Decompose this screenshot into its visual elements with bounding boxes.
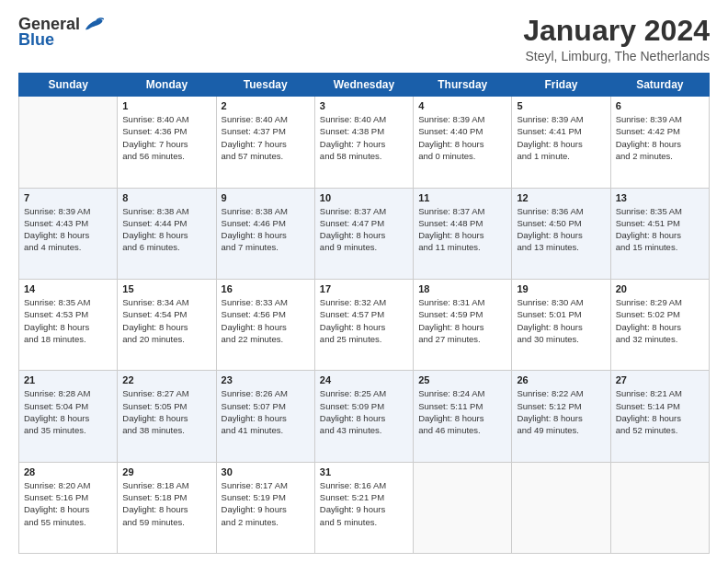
logo-bird-icon	[84, 17, 104, 33]
calendar-week-row: 14Sunrise: 8:35 AMSunset: 4:53 PMDayligh…	[19, 279, 710, 370]
day-number: 20	[616, 283, 704, 294]
table-row: 5Sunrise: 8:39 AMSunset: 4:41 PMDaylight…	[512, 97, 610, 188]
day-info: Sunrise: 8:20 AMSunset: 5:16 PMDaylight:…	[24, 479, 112, 528]
day-info: Sunrise: 8:38 AMSunset: 4:46 PMDaylight:…	[222, 205, 310, 254]
day-number: 6	[616, 100, 704, 111]
table-row: 25Sunrise: 8:24 AMSunset: 5:11 PMDayligh…	[414, 371, 512, 462]
day-info: Sunrise: 8:37 AMSunset: 4:47 PMDaylight:…	[320, 205, 408, 254]
day-info: Sunrise: 8:39 AMSunset: 4:42 PMDaylight:…	[616, 113, 704, 162]
table-row: 19Sunrise: 8:30 AMSunset: 5:01 PMDayligh…	[512, 279, 610, 370]
table-row: 29Sunrise: 8:18 AMSunset: 5:18 PMDayligh…	[118, 462, 216, 553]
day-number: 3	[320, 100, 408, 111]
col-wednesday: Wednesday	[314, 74, 413, 97]
day-info: Sunrise: 8:39 AMSunset: 4:41 PMDaylight:…	[517, 113, 605, 162]
table-row: 13Sunrise: 8:35 AMSunset: 4:51 PMDayligh…	[610, 188, 709, 279]
calendar-week-row: 28Sunrise: 8:20 AMSunset: 5:16 PMDayligh…	[19, 462, 710, 553]
day-info: Sunrise: 8:35 AMSunset: 4:51 PMDaylight:…	[616, 205, 704, 254]
day-number: 30	[222, 466, 310, 477]
logo-blue: Blue	[18, 30, 54, 50]
table-row: 16Sunrise: 8:33 AMSunset: 4:56 PMDayligh…	[216, 279, 314, 370]
table-row: 27Sunrise: 8:21 AMSunset: 5:14 PMDayligh…	[610, 371, 709, 462]
day-info: Sunrise: 8:25 AMSunset: 5:09 PMDaylight:…	[320, 387, 408, 436]
table-row: 9Sunrise: 8:38 AMSunset: 4:46 PMDaylight…	[216, 188, 314, 279]
table-row	[19, 97, 118, 188]
table-row: 28Sunrise: 8:20 AMSunset: 5:16 PMDayligh…	[19, 462, 118, 553]
day-number: 17	[320, 283, 408, 294]
day-info: Sunrise: 8:39 AMSunset: 4:40 PMDaylight:…	[418, 113, 506, 162]
day-number: 18	[418, 283, 506, 294]
day-info: Sunrise: 8:16 AMSunset: 5:21 PMDaylight:…	[320, 479, 408, 528]
table-row: 6Sunrise: 8:39 AMSunset: 4:42 PMDaylight…	[610, 97, 709, 188]
day-info: Sunrise: 8:31 AMSunset: 4:59 PMDaylight:…	[418, 296, 506, 345]
title-area: January 2024 Steyl, Limburg, The Netherl…	[523, 15, 710, 63]
table-row: 12Sunrise: 8:36 AMSunset: 4:50 PMDayligh…	[512, 188, 610, 279]
day-info: Sunrise: 8:35 AMSunset: 4:53 PMDaylight:…	[24, 296, 112, 345]
day-info: Sunrise: 8:26 AMSunset: 5:07 PMDaylight:…	[222, 387, 310, 436]
day-number: 8	[122, 192, 210, 203]
location: Steyl, Limburg, The Netherlands	[523, 49, 710, 63]
table-row: 17Sunrise: 8:32 AMSunset: 4:57 PMDayligh…	[314, 279, 413, 370]
day-info: Sunrise: 8:39 AMSunset: 4:43 PMDaylight:…	[24, 205, 112, 254]
table-row: 8Sunrise: 8:38 AMSunset: 4:44 PMDaylight…	[118, 188, 216, 279]
table-row: 11Sunrise: 8:37 AMSunset: 4:48 PMDayligh…	[414, 188, 512, 279]
day-number: 23	[222, 374, 310, 385]
table-row: 26Sunrise: 8:22 AMSunset: 5:12 PMDayligh…	[512, 371, 610, 462]
table-row: 21Sunrise: 8:28 AMSunset: 5:04 PMDayligh…	[19, 371, 118, 462]
day-number: 31	[320, 466, 408, 477]
table-row: 20Sunrise: 8:29 AMSunset: 5:02 PMDayligh…	[610, 279, 709, 370]
table-row: 7Sunrise: 8:39 AMSunset: 4:43 PMDaylight…	[19, 188, 118, 279]
table-row: 1Sunrise: 8:40 AMSunset: 4:36 PMDaylight…	[118, 97, 216, 188]
day-info: Sunrise: 8:24 AMSunset: 5:11 PMDaylight:…	[418, 387, 506, 436]
day-number: 9	[222, 192, 310, 203]
day-number: 29	[122, 466, 210, 477]
day-number: 21	[24, 374, 112, 385]
header: General Blue January 2024 Steyl, Limburg…	[18, 15, 710, 63]
table-row: 4Sunrise: 8:39 AMSunset: 4:40 PMDaylight…	[414, 97, 512, 188]
col-monday: Monday	[118, 74, 216, 97]
page: General Blue January 2024 Steyl, Limburg…	[0, 0, 728, 563]
day-info: Sunrise: 8:40 AMSunset: 4:37 PMDaylight:…	[222, 113, 310, 162]
day-number: 24	[320, 374, 408, 385]
table-row: 18Sunrise: 8:31 AMSunset: 4:59 PMDayligh…	[414, 279, 512, 370]
table-row: 31Sunrise: 8:16 AMSunset: 5:21 PMDayligh…	[314, 462, 413, 553]
day-info: Sunrise: 8:36 AMSunset: 4:50 PMDaylight:…	[517, 205, 605, 254]
col-saturday: Saturday	[610, 74, 709, 97]
day-number: 11	[418, 192, 506, 203]
calendar-week-row: 21Sunrise: 8:28 AMSunset: 5:04 PMDayligh…	[19, 371, 710, 462]
logo: General Blue	[18, 15, 104, 50]
day-info: Sunrise: 8:18 AMSunset: 5:18 PMDaylight:…	[122, 479, 210, 528]
day-info: Sunrise: 8:37 AMSunset: 4:48 PMDaylight:…	[418, 205, 506, 254]
day-number: 1	[122, 100, 210, 111]
day-info: Sunrise: 8:30 AMSunset: 5:01 PMDaylight:…	[517, 296, 605, 345]
table-row: 15Sunrise: 8:34 AMSunset: 4:54 PMDayligh…	[118, 279, 216, 370]
table-row: 30Sunrise: 8:17 AMSunset: 5:19 PMDayligh…	[216, 462, 314, 553]
day-info: Sunrise: 8:21 AMSunset: 5:14 PMDaylight:…	[616, 387, 704, 436]
calendar-table: Sunday Monday Tuesday Wednesday Thursday…	[18, 73, 710, 554]
day-number: 25	[418, 374, 506, 385]
table-row: 24Sunrise: 8:25 AMSunset: 5:09 PMDayligh…	[314, 371, 413, 462]
day-number: 2	[222, 100, 310, 111]
table-row: 3Sunrise: 8:40 AMSunset: 4:38 PMDaylight…	[314, 97, 413, 188]
day-info: Sunrise: 8:40 AMSunset: 4:38 PMDaylight:…	[320, 113, 408, 162]
day-number: 28	[24, 466, 112, 477]
day-number: 16	[222, 283, 310, 294]
day-info: Sunrise: 8:33 AMSunset: 4:56 PMDaylight:…	[222, 296, 310, 345]
table-row: 23Sunrise: 8:26 AMSunset: 5:07 PMDayligh…	[216, 371, 314, 462]
day-number: 12	[517, 192, 605, 203]
table-row	[414, 462, 512, 553]
table-row	[512, 462, 610, 553]
calendar-header-row: Sunday Monday Tuesday Wednesday Thursday…	[19, 74, 710, 97]
day-info: Sunrise: 8:32 AMSunset: 4:57 PMDaylight:…	[320, 296, 408, 345]
calendar-week-row: 7Sunrise: 8:39 AMSunset: 4:43 PMDaylight…	[19, 188, 710, 279]
day-info: Sunrise: 8:40 AMSunset: 4:36 PMDaylight:…	[122, 113, 210, 162]
day-number: 14	[24, 283, 112, 294]
calendar-week-row: 1Sunrise: 8:40 AMSunset: 4:36 PMDaylight…	[19, 97, 710, 188]
day-number: 7	[24, 192, 112, 203]
day-number: 27	[616, 374, 704, 385]
col-tuesday: Tuesday	[216, 74, 314, 97]
day-number: 15	[122, 283, 210, 294]
table-row: 22Sunrise: 8:27 AMSunset: 5:05 PMDayligh…	[118, 371, 216, 462]
day-info: Sunrise: 8:29 AMSunset: 5:02 PMDaylight:…	[616, 296, 704, 345]
day-number: 19	[517, 283, 605, 294]
table-row: 10Sunrise: 8:37 AMSunset: 4:47 PMDayligh…	[314, 188, 413, 279]
